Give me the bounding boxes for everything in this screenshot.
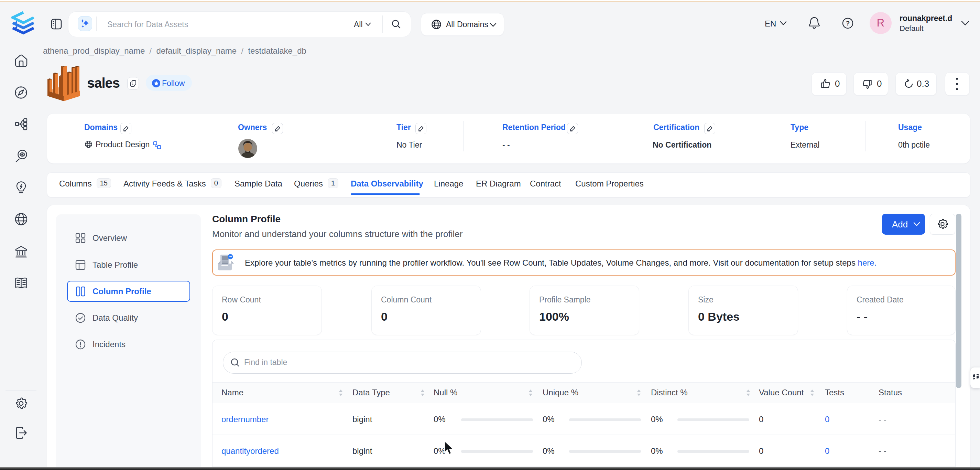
- svg-text:?: ?: [846, 20, 850, 27]
